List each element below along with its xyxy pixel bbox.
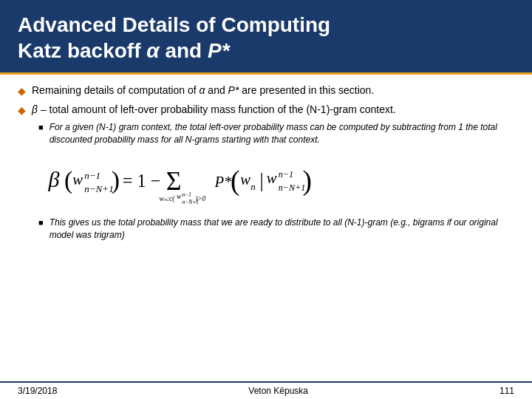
sub-bullet-text-2: This gives us the total probability mass… (50, 216, 514, 242)
footer: 3/19/2018 Veton Këpuska 111 (0, 381, 532, 399)
svg-text:n−N+1: n−N+1 (84, 183, 114, 194)
svg-text:n: n (250, 181, 256, 192)
content: ◆ Remaining details of computation of α … (0, 75, 532, 381)
bullet-item-1: ◆ Remaining details of computation of α … (18, 83, 514, 98)
sub-bullet-icon-1: ■ (38, 123, 44, 132)
svg-text:β: β (47, 167, 59, 191)
bullet-icon-1: ◆ (18, 85, 26, 97)
bullet-item-2: ◆ β – total amount of left-over probabil… (18, 103, 514, 117)
svg-text:Σ: Σ (166, 166, 182, 196)
bullet-icon-2: ◆ (18, 104, 26, 116)
svg-text:|: | (259, 170, 263, 191)
header: Advanced Details of Computing Katz backo… (0, 0, 532, 72)
sub-bullet-icon-2: ■ (38, 218, 44, 227)
svg-text:n−1: n−1 (84, 170, 100, 181)
svg-text:n−N+1: n−N+1 (279, 182, 306, 192)
svg-text:w: w (267, 170, 277, 186)
bullet-text-1: Remaining details of computation of α an… (32, 83, 374, 98)
svg-text:n−1: n−1 (279, 169, 293, 180)
svg-text:w: w (177, 193, 182, 200)
svg-text:): ) (303, 166, 313, 197)
formula-area: β ( w n−1 n−N+1 ) = 1 − Σ w ₙ:c( w n−1 n… (38, 154, 514, 209)
svg-text:): ) (112, 166, 120, 194)
sub-bullet-1: ■ For a given (N-1) gram context, the to… (38, 121, 514, 146)
sub-bullet-2: ■ This gives us the total probability ma… (38, 216, 514, 242)
sub-bullet-text-1: For a given (N-1) gram context, the tota… (50, 121, 514, 146)
footer-presenter: Veton Këpuska (248, 386, 308, 396)
svg-text:P*: P* (214, 174, 232, 190)
svg-text:(: ( (231, 166, 240, 197)
footer-page: 111 (499, 386, 514, 396)
footer-date: 3/19/2018 (18, 386, 57, 396)
svg-text:w: w (72, 171, 83, 188)
svg-text:ₙ:c(: ₙ:c( (164, 195, 175, 203)
svg-text:(: ( (64, 166, 72, 194)
svg-text:n−1: n−1 (182, 191, 191, 198)
svg-text:w: w (240, 171, 250, 188)
slide: Advanced Details of Computing Katz backo… (0, 0, 532, 399)
formula-svg: β ( w n−1 n−N+1 ) = 1 − Σ w ₙ:c( w n−1 n… (38, 154, 467, 209)
svg-text:)>0: )>0 (194, 195, 205, 203)
bullet-text-2: β – total amount of left-over probabilit… (32, 103, 396, 117)
slide-title: Advanced Details of Computing Katz backo… (18, 12, 514, 64)
svg-text:= 1 −: = 1 − (123, 171, 161, 191)
